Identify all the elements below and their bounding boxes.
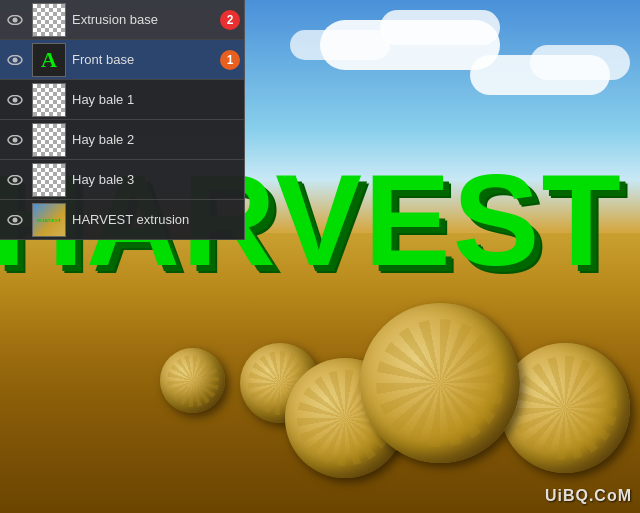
svg-point-9 (13, 177, 18, 182)
layer-row-harvest-extrusion[interactable]: HARVEST extrusion (0, 200, 244, 240)
watermark: UiBQ.CoM (545, 487, 632, 505)
cloud-5 (530, 45, 630, 80)
eye-icon-extrusion[interactable] (4, 9, 26, 31)
thumb-harvest-extrusion (32, 203, 66, 237)
cloud-3 (290, 30, 390, 60)
layer-row-hay-bale-2[interactable]: Hay bale 2 (0, 120, 244, 160)
eye-icon-hay3[interactable] (4, 169, 26, 191)
layer-name-hay3: Hay bale 3 (72, 172, 240, 187)
thumb-front-base (32, 43, 66, 77)
svg-point-1 (13, 17, 18, 22)
cloud-2 (380, 10, 500, 45)
layer-name-hay2: Hay bale 2 (72, 132, 240, 147)
eye-icon-hay1[interactable] (4, 89, 26, 111)
layer-name-extrusion-base: Extrusion base (72, 12, 216, 27)
thumb-hay3 (32, 163, 66, 197)
layer-name-hay1: Hay bale 1 (72, 92, 240, 107)
eye-icon-hay2[interactable] (4, 129, 26, 151)
eye-icon-front[interactable] (4, 49, 26, 71)
layer-row-extrusion-base[interactable]: Extrusion base 2 (0, 0, 244, 40)
hay-bale-small-far2 (160, 348, 225, 413)
badge-extrusion: 2 (220, 10, 240, 30)
layer-panel: Extrusion base 2 Front base 1 Hay bale 1 (0, 0, 245, 240)
svg-point-3 (13, 57, 18, 62)
thumb-hay2 (32, 123, 66, 157)
layer-name-front-base: Front base (72, 52, 216, 67)
layer-row-front-base[interactable]: Front base 1 (0, 40, 244, 80)
svg-point-5 (13, 97, 18, 102)
layer-name-harvest-extrusion: HARVEST extrusion (72, 212, 240, 227)
svg-point-11 (13, 217, 18, 222)
layer-row-hay-bale-1[interactable]: Hay bale 1 (0, 80, 244, 120)
eye-icon-harvest[interactable] (4, 209, 26, 231)
badge-front: 1 (220, 50, 240, 70)
layer-row-hay-bale-3[interactable]: Hay bale 3 (0, 160, 244, 200)
thumb-extrusion-base (32, 3, 66, 37)
thumb-hay1 (32, 83, 66, 117)
hay-bale-medium-right (500, 343, 630, 473)
svg-point-7 (13, 137, 18, 142)
hay-bale-large (360, 303, 520, 463)
